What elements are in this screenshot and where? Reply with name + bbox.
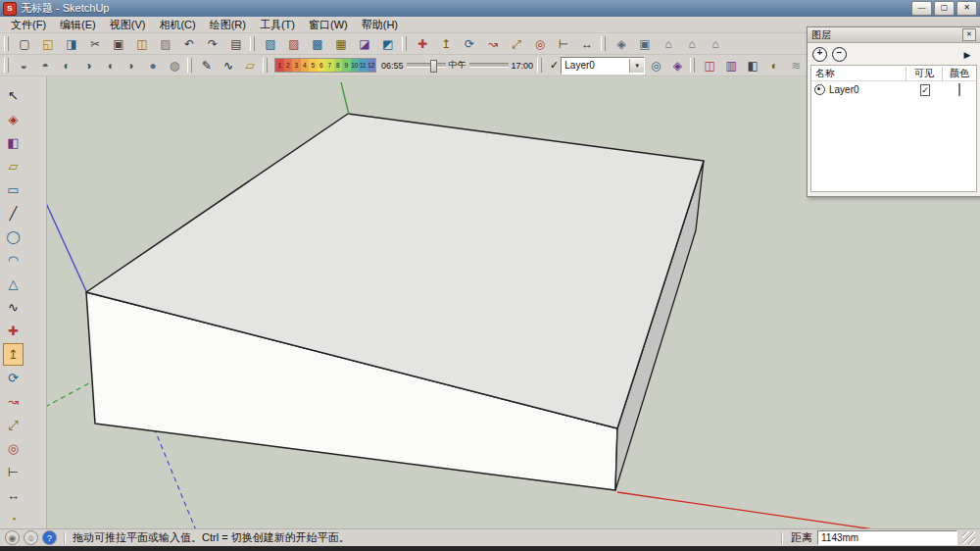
push-pull-tool-icon[interactable]: ↥	[3, 343, 24, 366]
back-view-icon[interactable]: ⌂	[705, 34, 726, 54]
month-cell[interactable]: 11	[359, 59, 368, 72]
month-cell[interactable]: 9	[342, 59, 351, 72]
redo-icon[interactable]: ↷	[202, 34, 223, 54]
month-cell[interactable]: 10	[351, 59, 360, 72]
new-icon[interactable]: ▢	[14, 34, 35, 54]
rotate-tool-icon[interactable]: ⟳	[3, 367, 24, 389]
protractor-icon[interactable]: ◔	[3, 508, 24, 530]
layer-dropdown[interactable]: Layer0 ▼	[561, 57, 645, 75]
month-cell[interactable]: 8	[334, 59, 343, 72]
minimize-button[interactable]: —	[911, 1, 932, 16]
scale-tool-icon[interactable]: ⤢	[506, 34, 527, 54]
close-icon[interactable]: ✕	[962, 28, 976, 41]
time-slider-thumb[interactable]	[430, 60, 437, 73]
push-pull-tool-icon[interactable]: ↥	[435, 34, 457, 54]
display-section-planes-icon[interactable]: ▥	[721, 56, 741, 75]
rotate-tool-icon[interactable]: ⟳	[459, 34, 480, 54]
display-section-cuts-icon[interactable]: ◧	[743, 56, 762, 75]
fog-icon[interactable]: ≋	[786, 56, 806, 75]
add-layer-button[interactable]: +	[812, 47, 827, 62]
scale-tool-icon[interactable]: ⤢	[3, 414, 24, 436]
geolocation-icon[interactable]: ◉	[5, 530, 20, 545]
copy-icon[interactable]: ▣	[108, 34, 129, 54]
dimension-icon[interactable]: ↔	[3, 484, 24, 507]
layer-manager-icon[interactable]: ◎	[646, 56, 665, 75]
axis-red[interactable]	[617, 492, 980, 529]
column-header-name[interactable]: 名称	[811, 67, 906, 80]
intersect-icon[interactable]: ◪	[354, 34, 375, 54]
layer-purge-icon[interactable]: ◈	[667, 56, 687, 75]
month-cell[interactable]: 6	[318, 59, 326, 72]
maximize-button[interactable]: ▢	[934, 1, 955, 16]
month-cell[interactable]: 7	[325, 59, 334, 72]
soften-edges-icon[interactable]: ◩	[377, 34, 399, 54]
arc-tool-icon[interactable]: ◠	[3, 249, 24, 272]
menu-item[interactable]: 视图(V)	[103, 17, 153, 33]
erase-icon[interactable]: ▨	[155, 34, 176, 54]
axis-green[interactable]	[341, 82, 349, 115]
shadows-toggle-icon[interactable]: ◐	[764, 56, 784, 75]
help-icon[interactable]: ?	[42, 530, 57, 545]
toolbar-grip[interactable]	[250, 36, 255, 51]
edit-group-icon[interactable]: ▩	[307, 34, 328, 54]
month-cell[interactable]: 4	[301, 59, 310, 72]
menu-item[interactable]: 编辑(E)	[53, 17, 103, 33]
solid-trim-icon[interactable]: ◖	[100, 56, 120, 75]
line-tool-icon[interactable]: ╱	[3, 202, 24, 225]
close-button[interactable]: ✕	[956, 1, 977, 16]
month-cell[interactable]: 2	[284, 59, 293, 72]
offset-tool-icon[interactable]: ◎	[529, 34, 551, 54]
outer-shell-icon[interactable]: ◒	[14, 56, 33, 75]
tape-measure-icon[interactable]: ⊢	[553, 34, 574, 54]
dimension-icon[interactable]: ↔	[576, 34, 598, 54]
explode-icon[interactable]: ▦	[330, 34, 352, 54]
iso-view-icon[interactable]: ◈	[611, 34, 632, 54]
make-component-icon[interactable]: ▧	[260, 34, 281, 54]
column-header-color[interactable]: 颜色	[943, 67, 976, 80]
month-cell[interactable]: 12	[368, 59, 376, 72]
chevron-down-icon[interactable]: ▼	[629, 59, 644, 73]
menu-item[interactable]: 文件(F)	[4, 17, 53, 33]
eraser-icon[interactable]: ▱	[240, 56, 260, 75]
month-cell[interactable]: 5	[309, 59, 318, 72]
toolbar-grip[interactable]	[4, 36, 9, 51]
section-plane-icon[interactable]: ◫	[700, 56, 719, 75]
resize-grip[interactable]	[962, 531, 975, 544]
move-tool-icon[interactable]: ✚	[3, 320, 24, 342]
title-bar[interactable]: S 无标题 - SketchUp — ▢ ✕	[0, 0, 980, 17]
toolbar-grip[interactable]	[263, 58, 268, 73]
menu-item[interactable]: 工具(T)	[253, 17, 302, 33]
paint-bucket-icon[interactable]: ◧	[3, 131, 24, 154]
time-slider-track[interactable]	[407, 63, 446, 68]
toolbar-grip[interactable]	[601, 36, 606, 51]
solid-intersect-icon[interactable]: ◓	[35, 56, 55, 75]
move-tool-icon[interactable]: ✚	[412, 34, 433, 54]
current-layer-radio[interactable]	[814, 84, 825, 95]
layer-color-swatch[interactable]	[958, 83, 960, 96]
toolbar-grip[interactable]	[187, 58, 192, 73]
solid-union-icon[interactable]: ◐	[57, 56, 76, 75]
toolbar-grip[interactable]	[4, 58, 9, 73]
layer-details-button[interactable]: ▶	[959, 48, 975, 62]
solid-sphere-icon[interactable]: ●	[143, 56, 163, 75]
rectangle-tool-icon[interactable]: ▭	[3, 178, 24, 201]
open-icon[interactable]: ◱	[37, 34, 59, 54]
shadow-date-slider[interactable]: 1 2 3 4 5 6 7 8 9 10 11 12	[274, 58, 376, 73]
make-component-icon[interactable]: ◈	[3, 108, 24, 130]
toolbar-grip[interactable]	[537, 58, 542, 73]
credits-icon[interactable]: ☺	[24, 530, 38, 545]
layers-panel[interactable]: 图层 ✕ + − ▶ 名称 可见 颜色 Layer0 ✓	[807, 26, 980, 197]
offset-tool-icon[interactable]: ◎	[3, 437, 24, 460]
menu-item[interactable]: 窗口(W)	[302, 17, 355, 33]
tape-measure-icon[interactable]: ⊢	[3, 461, 24, 483]
front-view-icon[interactable]: ⌂	[658, 34, 679, 54]
toolbar-grip[interactable]	[402, 36, 407, 51]
polygon-tool-icon[interactable]: △	[3, 273, 24, 295]
paste-icon[interactable]: ◫	[131, 34, 153, 54]
cut-icon[interactable]: ✂	[84, 34, 106, 54]
solid-shell-icon[interactable]: ◍	[165, 56, 184, 75]
menu-item[interactable]: 帮助(H)	[355, 17, 405, 33]
right-view-icon[interactable]: ⌂	[681, 34, 703, 54]
remove-layer-button[interactable]: −	[832, 47, 847, 62]
select-tool-icon[interactable]: ↖	[3, 84, 24, 107]
